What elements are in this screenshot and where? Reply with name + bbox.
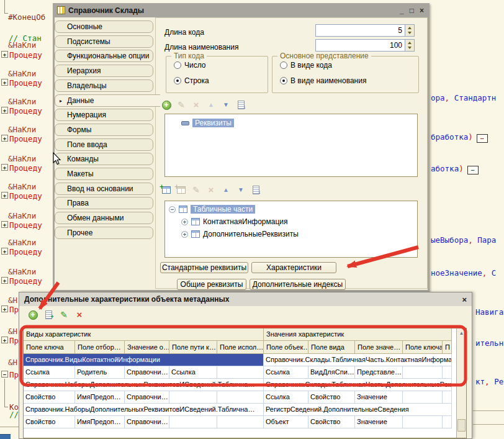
spin-down-icon[interactable] <box>408 47 412 49</box>
collapse-icon[interactable] <box>181 121 189 125</box>
table-cell[interactable]: Ссылка <box>264 366 308 379</box>
radio-button-icon[interactable] <box>174 61 181 69</box>
add-icon[interactable]: + <box>161 100 171 110</box>
tree-item-дополнительныереквизиты[interactable]: +ДополнительныеРеквизиты <box>181 230 299 238</box>
spinner-buttons[interactable] <box>405 25 414 36</box>
column-header[interactable]: Поле отбор… <box>75 341 125 354</box>
standard-attributes-button[interactable]: Стандартные реквизиты <box>160 262 248 273</box>
table-cell[interactable]: Ссылка <box>169 366 217 379</box>
table-cell[interactable]: ИмяПредоп… <box>75 391 125 404</box>
tab-основные[interactable]: Основные <box>55 20 153 33</box>
table-row[interactable]: Справочник.НаборыДополнительныхРеквизито… <box>24 379 466 391</box>
table-cell-merged[interactable]: Справочник.НаборыДополнительныхРеквизито… <box>24 379 264 391</box>
delete-icon[interactable]: × <box>206 185 216 195</box>
column-header[interactable]: Поле ключа… <box>403 341 443 354</box>
tree-item-tabular-sections[interactable]: −Табличные части <box>169 205 255 214</box>
expand-icon[interactable]: + <box>181 231 188 238</box>
table-cell-merged[interactable]: Справочник.ВидыКонтактнойИнформации <box>24 354 264 366</box>
table-cell-merged[interactable]: Справочник.Склады.ТабличнаяЧасть.Контакт… <box>264 354 452 366</box>
tree-item-контактнаяинформация[interactable]: +КонтактнаяИнформация <box>181 217 287 226</box>
table-cell[interactable] <box>217 366 264 379</box>
column-header[interactable]: Поле испол… <box>217 341 264 354</box>
table-cell[interactable] <box>443 391 452 404</box>
expand-icon[interactable]: + <box>1 164 8 171</box>
table-cell[interactable] <box>403 416 443 428</box>
expand-icon[interactable]: + <box>181 219 188 225</box>
table-cell[interactable]: Справочни… <box>125 366 169 379</box>
scroll-up-icon[interactable]: ▲ <box>457 328 466 338</box>
expand-icon[interactable]: + <box>1 337 8 343</box>
delete-icon[interactable]: × <box>74 310 84 320</box>
characteristics-button[interactable]: Характеристики <box>251 262 336 273</box>
table-cell[interactable] <box>403 391 443 404</box>
tab-команды[interactable]: Команды <box>55 153 153 165</box>
close-button[interactable]: × <box>420 7 424 14</box>
vertical-scrollbar[interactable]: ▲ <box>456 328 466 438</box>
attributes-tree[interactable]: Реквизиты <box>164 114 418 177</box>
table-cell[interactable]: Ссылка <box>264 391 308 404</box>
scroll-thumb[interactable] <box>457 419 466 432</box>
collapsed-code-icon[interactable]: … <box>467 166 479 174</box>
spin-up-icon[interactable] <box>408 27 412 29</box>
expand-icon[interactable]: + <box>1 51 8 58</box>
name-length-field[interactable]: 100 <box>315 39 415 52</box>
expand-icon[interactable]: + <box>1 107 8 114</box>
code-length-field[interactable]: 5 <box>315 24 415 37</box>
expand-icon[interactable]: + <box>1 248 8 255</box>
characteristics-table[interactable]: Виды характеристикЗначения характеристик… <box>23 328 467 438</box>
table-cell[interactable]: Свойство <box>24 416 75 428</box>
code-length-value[interactable]: 5 <box>316 25 405 36</box>
column-header[interactable]: Поле значе… <box>355 341 403 354</box>
expand-icon[interactable]: + <box>1 79 8 86</box>
table-row[interactable]: СвойствоИмяПредоп…Справочни…ОбъектСвойст… <box>24 416 466 428</box>
table-cell[interactable]: Свойство <box>308 391 355 404</box>
move-down-icon[interactable]: ▼ <box>236 185 246 195</box>
table-cell[interactable] <box>403 366 443 379</box>
collapse-icon[interactable]: − <box>1 371 8 378</box>
tab-данные[interactable]: ▸Данные <box>55 94 160 107</box>
table-cell[interactable]: ВидДляСпи… <box>308 366 355 379</box>
tab-прочее[interactable]: Прочее <box>55 227 153 239</box>
table-cell[interactable] <box>217 416 264 428</box>
table-cell[interactable]: Свойство <box>308 416 355 428</box>
table-cell[interactable] <box>169 416 217 428</box>
table-cell[interactable]: Представле… <box>355 366 403 379</box>
common-attributes-button[interactable]: Общие реквизиты <box>177 279 246 290</box>
radio-button-icon[interactable] <box>280 77 287 84</box>
table-cell[interactable]: Значение <box>355 391 403 404</box>
table-cell[interactable]: Свойство <box>24 391 75 404</box>
radio-число[interactable]: Число <box>174 61 206 70</box>
tab-макеты[interactable]: Макеты <box>55 168 153 180</box>
table-cell[interactable]: Значение <box>355 416 403 428</box>
radio-в-виде-кода[interactable]: В виде кода <box>280 61 332 70</box>
tab-иерархия[interactable]: Иерархия <box>55 65 153 77</box>
name-length-value[interactable]: 100 <box>316 40 405 51</box>
tab-ввод-на-основании[interactable]: Ввод на основании <box>55 183 153 195</box>
spin-down-icon[interactable] <box>408 32 412 34</box>
table-cell[interactable]: ИмяПредоп… <box>75 416 125 428</box>
dialog-title-bar[interactable]: Дополнительные характеристики объекта ме… <box>19 292 472 306</box>
add-subordinate-icon[interactable]: + <box>176 185 186 195</box>
tree-item-attributes[interactable]: Реквизиты <box>181 119 234 127</box>
expand-icon[interactable]: + <box>1 135 8 142</box>
sort-list-icon[interactable]: ↓ <box>236 100 246 110</box>
edit-icon[interactable]: ✎ <box>176 100 186 110</box>
edit-icon[interactable]: ✎ <box>191 185 201 195</box>
collapse-icon[interactable]: − <box>169 206 176 213</box>
table-cell-merged[interactable]: Справочник.Склады.ТабличнаяЧасть.Дополни… <box>264 379 452 391</box>
expand-icon[interactable]: + <box>1 277 8 284</box>
add-table-icon[interactable]: + <box>161 185 171 195</box>
column-header[interactable]: Поле вида <box>308 341 355 354</box>
table-row[interactable]: СвойствоИмяПредоп…Справочни…СсылкаСвойст… <box>24 391 466 404</box>
column-header[interactable]: Поле ключа <box>24 341 75 354</box>
move-up-icon[interactable]: ▲ <box>221 185 231 195</box>
table-row[interactable]: СсылкаРодительСправочни…СсылкаСсылкаВидД… <box>24 366 466 379</box>
column-header[interactable]: П <box>443 341 452 354</box>
table-cell[interactable] <box>443 416 452 428</box>
table-cell-merged[interactable]: Справочник.НаборыДополнительныхРеквизито… <box>24 404 264 416</box>
radio-в-виде-наименования[interactable]: В виде наименования <box>280 76 366 85</box>
add-icon[interactable]: + <box>28 310 38 320</box>
tree-item-label[interactable]: Реквизиты <box>192 119 234 127</box>
spinner-buttons[interactable] <box>405 40 414 51</box>
column-header[interactable]: Поле пути к… <box>169 341 217 354</box>
